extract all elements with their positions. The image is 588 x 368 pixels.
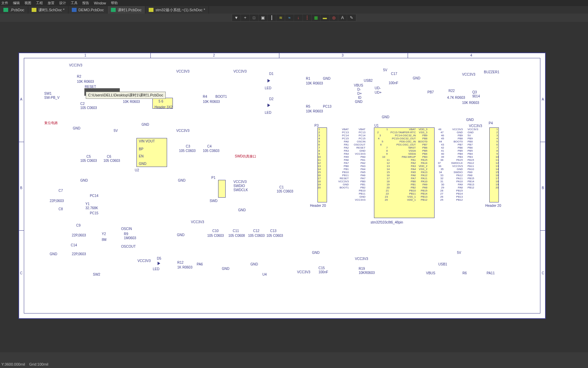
- align-icon: ▣: [261, 15, 265, 20]
- led-icon: [267, 79, 270, 82]
- ref-c1: C1: [279, 185, 284, 189]
- ref-c17: C17: [391, 72, 397, 76]
- footer-p4: Header 20: [485, 204, 501, 208]
- ref-c8: C8: [59, 207, 63, 211]
- tool-bus[interactable]: ≋: [276, 14, 285, 21]
- val-r12: 1K R0603: [177, 265, 192, 269]
- ref-r19: R19: [359, 267, 365, 271]
- tab-pcbdoc1[interactable]: 课时1.PcbDoc: [108, 6, 145, 14]
- menu-report[interactable]: 报告: [82, 1, 89, 5]
- net-vcc3v3: VCC3V3: [233, 70, 247, 73]
- menu-project[interactable]: 工程: [36, 1, 43, 5]
- val-r1: 10K R0603: [306, 81, 323, 85]
- menu-place[interactable]: 放置: [48, 1, 54, 5]
- ref-r2: R2: [77, 75, 81, 78]
- zone-col-1: 1: [84, 53, 86, 57]
- schematic-sheet[interactable]: 1 2 3 4 A B C A B C VCC3V3 R2 10K R0603 …: [18, 52, 546, 319]
- menu-file[interactable]: 文件: [1, 1, 8, 5]
- menu-edit[interactable]: 编辑: [13, 1, 20, 5]
- tool-component[interactable]: ▦: [312, 14, 321, 21]
- ref-c12: C12: [253, 229, 259, 233]
- tool-grid[interactable]: ┆: [303, 14, 312, 21]
- plus-icon: +: [244, 15, 246, 20]
- footer-u1: stm32f103c8t6_48pin: [371, 220, 403, 224]
- zone-row-b-r: B: [542, 186, 544, 190]
- schematic-workspace[interactable]: 1 2 3 4 A B C A B C VCC3V3 R2 10K R0603 …: [0, 22, 588, 352]
- val-c1: 105 C0603: [277, 189, 293, 193]
- p3-pin-list: 1VBAT2PC133PC144PC155PA06PA17PA28PA39PA4…: [315, 128, 349, 189]
- usb-id: ID: [358, 96, 361, 99]
- tab-pcbdoc[interactable]: .PcbDoc: [0, 6, 28, 14]
- pins-5-6: 5 6: [159, 99, 163, 103]
- tool-move[interactable]: +: [241, 14, 250, 21]
- val-r: 10K R0603: [462, 101, 479, 105]
- ref-d5: D5: [157, 257, 161, 260]
- tab-stm32-sch[interactable]: stm32最小系统.~(1).SchDoc *: [145, 6, 209, 14]
- val-c12: 105 C0603: [248, 234, 265, 237]
- val-r19: 10KR0603: [359, 271, 375, 275]
- val-r22: 4.7K R0603: [447, 96, 465, 99]
- status-bar: Y:3600.000mil Grid:100mil: [0, 361, 588, 368]
- menu-view[interactable]: 视图: [24, 1, 31, 5]
- val-c4: 105 C0603: [203, 149, 219, 153]
- usb-dm: D-: [357, 88, 361, 91]
- ref-p3: P3: [314, 124, 318, 127]
- label-swd: SWD: [210, 199, 217, 203]
- port-icon: ◎: [332, 15, 336, 20]
- ref-r4: R4: [203, 95, 207, 98]
- ref-c4: C4: [207, 144, 212, 148]
- net-pc13: PC13: [323, 105, 331, 108]
- pcb-icon: [72, 8, 77, 12]
- val-r2: 10K R0603: [77, 80, 94, 83]
- ref-y1: Y1: [85, 202, 89, 206]
- tool-filter[interactable]: ▼: [232, 14, 241, 21]
- net-gnd: GND: [50, 252, 57, 256]
- tab-demo-pcb[interactable]: DEMO.PcbDoc: [68, 6, 108, 14]
- pcb-icon: [3, 8, 8, 12]
- tool-wave[interactable]: ≈: [285, 14, 294, 21]
- ref-p1: P1: [211, 176, 215, 180]
- net-vcc3v3: VCC3V3: [69, 63, 82, 67]
- usb-vbus: VBUS: [426, 271, 435, 275]
- zone-row-a: A: [20, 97, 22, 101]
- footer-p3: Header 20: [310, 204, 326, 208]
- tool-align[interactable]: ▣: [259, 14, 267, 21]
- ref-c9: C9: [76, 224, 81, 227]
- menu-window[interactable]: Window: [94, 1, 106, 5]
- tool-gnd[interactable]: ↓: [294, 14, 303, 21]
- val-c11: 105 C0608: [228, 234, 245, 237]
- menu-tools[interactable]: 工具: [71, 1, 78, 5]
- val-header3x2: Header 3X2: [154, 105, 173, 109]
- zone-col-2: 2: [213, 53, 215, 57]
- led-icon: [158, 262, 160, 265]
- val-led: LED: [265, 86, 271, 90]
- ref-c13: C13: [270, 229, 276, 233]
- tool-port[interactable]: ◎: [329, 14, 338, 21]
- tab-label: .PcbDoc: [10, 8, 24, 12]
- tool-line[interactable]: ┃: [267, 14, 276, 21]
- tool-label[interactable]: ▬: [321, 14, 329, 21]
- ref-sw1: SW1: [44, 92, 52, 95]
- ref-r9: R9: [124, 232, 128, 236]
- tool-select[interactable]: □: [250, 14, 259, 21]
- val-led: LED: [265, 111, 271, 114]
- tab-label: DEMO.PcbDoc: [79, 8, 104, 12]
- net-5v: 5V: [114, 129, 118, 133]
- ref-c6: C6: [107, 155, 111, 158]
- val-c13: 105 C0603: [266, 234, 283, 237]
- text-icon: A: [341, 15, 344, 20]
- tab-schdoc1[interactable]: 课时1.SchDoc *: [28, 6, 68, 14]
- net-udm: UD-: [375, 86, 381, 90]
- ref-r1: R1: [306, 77, 310, 80]
- tool-draw[interactable]: ✎: [347, 14, 356, 21]
- val-c15: 100nF: [318, 270, 328, 274]
- net-vcc3v3: VCC3V3: [462, 73, 475, 76]
- ref-d2: D2: [269, 97, 274, 101]
- tool-text[interactable]: A: [338, 14, 347, 21]
- block-title-reset: 复位电路: [44, 121, 58, 125]
- net-boot1: BOOT1: [215, 95, 227, 98]
- menu-design[interactable]: 设计: [59, 1, 66, 5]
- pencil-icon: ✎: [350, 15, 353, 20]
- net-pb7: PB7: [427, 90, 434, 94]
- menu-help[interactable]: 帮助: [111, 1, 118, 5]
